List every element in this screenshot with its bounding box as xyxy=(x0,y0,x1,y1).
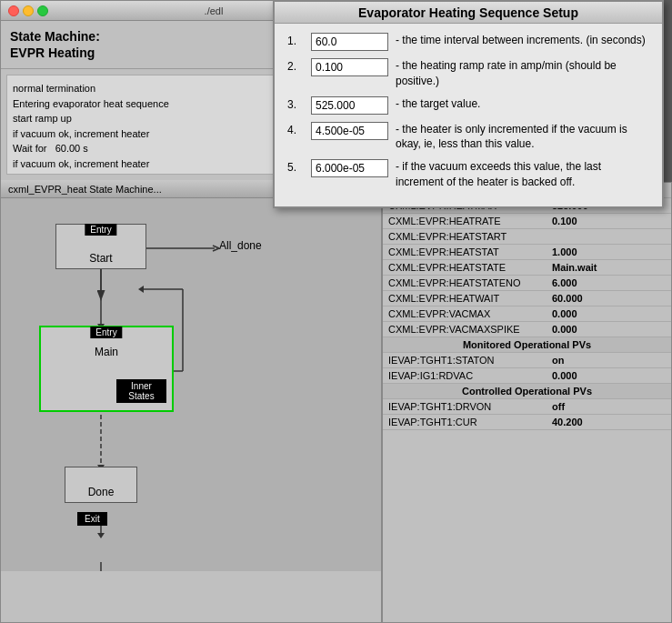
svg-line-2 xyxy=(213,246,219,248)
monitored-row-1: IEVAP:IG1:RDVAC0.000 xyxy=(383,368,671,384)
pv-value: 60.000 xyxy=(547,291,671,306)
close-button[interactable] xyxy=(8,5,19,16)
setup-row-2: 2. - the heating ramp rate in amp/min (s… xyxy=(287,58,649,89)
exit-tag: Exit xyxy=(77,512,107,526)
controlled-value: off xyxy=(547,399,671,415)
diagram-container: Entry Start All_done Entry Main InnerSta… xyxy=(1,198,381,571)
setup-title: Evaporator Heating Sequence Setup xyxy=(358,5,578,20)
monitored-row-0: IEVAP:TGHT1:STATONon xyxy=(383,353,671,368)
pv-row-5: CXML:EVPR:HEATSTATEMain.wait xyxy=(383,260,671,276)
setup-desc-3: - the target value. xyxy=(396,96,649,112)
controlled-row-1: IEVAP:TGHT1:CUR40.200 xyxy=(383,415,671,430)
pv-value: 6.000 xyxy=(547,276,671,291)
pv-name: CXML:EVPR:HEATSTATENO xyxy=(383,276,547,291)
pv-name: CXML:EVPR:VACMAX xyxy=(383,306,547,322)
minimize-button[interactable] xyxy=(23,5,34,16)
pv-value: 0.100 xyxy=(547,214,671,229)
setup-desc-2: - the heating ramp rate in amp/min (shou… xyxy=(396,58,649,89)
entry-main-state: Entry Main InnerStates xyxy=(39,326,174,412)
setup-desc-1: - the time interval between increments. … xyxy=(396,33,649,48)
pv-name: CXML:EVPR:HEATRATE xyxy=(383,214,547,229)
setup-dialog: Evaporator Heating Sequence Setup 1. - t… xyxy=(273,0,664,208)
setup-row-3: 3. - the target value. xyxy=(287,96,649,115)
pv-row-3: CXML:EVPR:HEATSTART xyxy=(383,229,671,245)
setup-row-num-5: 5. xyxy=(287,159,304,174)
pv-value: 0.000 xyxy=(547,322,671,337)
monitored-header: Monitored Operational PVs xyxy=(383,337,671,353)
entry-start-state: Entry Start xyxy=(55,224,146,269)
monitored-value: on xyxy=(547,353,671,368)
pv-name: CXML:EVPR:HEATSTATE xyxy=(383,260,547,276)
pv-row-2: CXML:EVPR:HEATRATE0.100 xyxy=(383,214,671,229)
all-done-top-label: All_done xyxy=(219,239,262,252)
setup-row-4: 4. - the heater is only incremented if t… xyxy=(287,122,649,153)
setup-input-3[interactable] xyxy=(311,96,388,115)
pv-value: 0.000 xyxy=(547,306,671,322)
setup-row-num-2: 2. xyxy=(287,58,304,73)
inner-states-box: InnerStates xyxy=(116,379,166,403)
entry-main-label: Main xyxy=(95,346,118,362)
entry-start-tag: Entry xyxy=(85,224,116,236)
entry-start-label: Start xyxy=(89,252,112,268)
controlled-name: IEVAP:TGHT1:CUR xyxy=(383,415,547,430)
controlled-row-0: IEVAP:TGHT1:DRVONoff xyxy=(383,399,671,415)
pv-row-8: CXML:EVPR:VACMAX0.000 xyxy=(383,306,671,322)
pv-value xyxy=(547,229,671,245)
pv-row-6: CXML:EVPR:HEATSTATENO6.000 xyxy=(383,276,671,291)
entry-main-tag: Entry xyxy=(90,327,122,338)
setup-row-num-3: 3. xyxy=(287,96,304,111)
svg-marker-9 xyxy=(97,533,105,538)
setup-desc-5: - if the vacuum exceeds this value, the … xyxy=(396,159,649,190)
controlled-value: 40.200 xyxy=(547,415,671,430)
pv-name: CXML:EVPR:VACMAXSPIKE xyxy=(383,322,547,337)
diagram-title: cxml_EVPR_heat State Machine... xyxy=(8,184,162,195)
right-panel: CXML:EVPR:HEATABORTCXML:EVPR:HEATMAX525.… xyxy=(382,182,672,623)
pv-row-4: CXML:EVPR:HEATSTAT1.000 xyxy=(383,245,671,260)
setup-input-5[interactable] xyxy=(311,159,388,177)
maximize-button[interactable] xyxy=(37,5,48,16)
controlled-header: Controlled Operational PVs xyxy=(383,384,671,399)
pv-name: CXML:EVPR:HEATWAIT xyxy=(383,291,547,306)
monitored-name: IEVAP:TGHT1:STATON xyxy=(383,353,547,368)
setup-row-num-4: 4. xyxy=(287,122,304,136)
svg-line-3 xyxy=(213,248,219,251)
setup-input-1[interactable] xyxy=(311,33,388,51)
diagram-subwindow: cxml_EVPR_heat State Machine... xyxy=(1,180,381,571)
setup-row-5: 5. - if the vacuum exceeds this value, t… xyxy=(287,159,649,190)
setup-input-4[interactable] xyxy=(311,122,388,140)
svg-marker-15 xyxy=(138,286,144,293)
pv-value: Main.wait xyxy=(547,260,671,276)
pv-table: CXML:EVPR:HEATABORTCXML:EVPR:HEATMAX525.… xyxy=(383,183,671,430)
traffic-lights xyxy=(8,5,48,16)
setup-input-2[interactable] xyxy=(311,58,388,76)
setup-body: 1. - the time interval between increment… xyxy=(275,24,662,206)
pv-row-9: CXML:EVPR:VACMAXSPIKE0.000 xyxy=(383,322,671,337)
setup-desc-4: - the heater is only incremented if the … xyxy=(396,122,649,153)
setup-row-num-1: 1. xyxy=(287,33,304,47)
pv-name: CXML:EVPR:HEATSTART xyxy=(383,229,547,245)
setup-row-1: 1. - the time interval between increment… xyxy=(287,33,649,51)
pv-row-7: CXML:EVPR:HEATWAIT60.000 xyxy=(383,291,671,306)
monitored-name: IEVAP:IG1:RDVAC xyxy=(383,368,547,384)
pv-name: CXML:EVPR:HEATSTAT xyxy=(383,245,547,260)
done-label: Done xyxy=(88,477,115,502)
setup-titlebar: Evaporator Heating Sequence Setup xyxy=(275,2,662,24)
done-state: Done xyxy=(65,467,137,503)
monitored-value: 0.000 xyxy=(547,368,671,384)
controlled-name: IEVAP:TGHT1:DRVON xyxy=(383,399,547,415)
pv-value: 1.000 xyxy=(547,245,671,260)
